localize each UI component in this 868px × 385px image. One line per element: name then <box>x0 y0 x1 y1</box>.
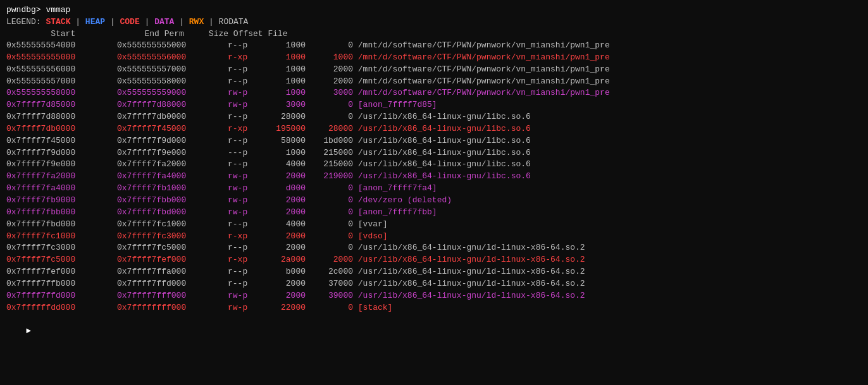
col-perm: r--p <box>228 64 258 76</box>
col-file: /usr/lib/x86_64-linux-gnu/libc.so.6 <box>358 124 531 133</box>
col-size: d000 <box>258 183 306 195</box>
col-start: 0x555555554000 <box>6 40 117 52</box>
col-size: 4000 <box>258 159 306 171</box>
col-size: 2000 <box>258 290 306 302</box>
table-row: 0x7ffff7fc30000x7ffff7fc5000r--p 2000 0 … <box>6 242 862 254</box>
col-start: 0x7ffff7fa2000 <box>6 171 117 183</box>
col-offset: 3000 <box>306 87 353 99</box>
col-size: 28000 <box>258 111 306 123</box>
col-perm: rw-p <box>228 99 258 111</box>
table-row: 0x5555555550000x555555556000r-xp 1000 10… <box>6 52 862 64</box>
col-offset: 0 <box>306 111 353 123</box>
col-size: 2000 <box>258 171 306 183</box>
col-file: /usr/lib/x86_64-linux-gnu/ld-linux-x86-6… <box>358 243 585 252</box>
col-file: /mnt/d/software/CTF/PWN/pwnwork/vn_mians… <box>358 64 610 74</box>
table-row: 0x5555555540000x555555555000r--p 1000 0 … <box>6 40 862 52</box>
col-start: 0x7ffff7f9e000 <box>6 159 117 171</box>
col-end: 0x7ffff7fc5000 <box>117 242 228 254</box>
col-start: 0x7ffff7fb9000 <box>6 195 117 207</box>
table-row: 0x7ffff7db00000x7ffff7f45000r-xp 195000 … <box>6 123 862 135</box>
col-start: 0x7ffff7fbb000 <box>6 207 117 219</box>
col-start: 0x7ffff7fef000 <box>6 266 117 278</box>
col-start: 0x7ffff7fc1000 <box>6 231 117 243</box>
col-offset: 0 <box>306 302 353 314</box>
col-end: 0x7ffff7fa4000 <box>117 171 228 183</box>
col-file: /usr/lib/x86_64-linux-gnu/libc.so.6 <box>358 136 531 145</box>
col-end: 0x555555556000 <box>117 52 228 64</box>
table-row: 0x5555555580000x555555559000rw-p 1000 30… <box>6 87 862 99</box>
legend-sep4: | <box>179 17 189 27</box>
col-end: 0x7ffff7db0000 <box>117 111 228 123</box>
col-perm: r--p <box>228 135 258 147</box>
col-offset: 1bd000 <box>306 135 353 147</box>
col-file: /usr/lib/x86_64-linux-gnu/libc.so.6 <box>358 112 531 121</box>
col-size: 1000 <box>258 87 306 99</box>
col-end: 0x7ffff7fc1000 <box>117 219 228 231</box>
col-size: 1000 <box>258 76 306 88</box>
cursor-indicator: ► <box>26 326 36 336</box>
col-start: 0x7ffff7f9d000 <box>6 147 117 159</box>
col-file: /usr/lib/x86_64-linux-gnu/ld-linux-x86-6… <box>358 279 585 288</box>
col-offset: 215000 <box>306 147 353 159</box>
col-file: [anon_7ffff7fbb] <box>358 207 437 217</box>
col-file: [anon_7ffff7fa4] <box>358 183 437 193</box>
table-header: Start End Perm Size Offset File <box>6 29 862 39</box>
col-start: 0x555555558000 <box>6 87 117 99</box>
col-start: 0x7ffff7f45000 <box>6 135 117 147</box>
col-end: 0x7ffff7fef000 <box>117 254 228 266</box>
col-offset: 37000 <box>306 278 353 290</box>
terminal: pwndbg> vmmap LEGEND: STACK | HEAP | COD… <box>6 5 862 350</box>
col-perm: r--p <box>228 40 258 52</box>
col-perm: r--p <box>228 159 258 171</box>
col-perm: rw-p <box>228 302 258 314</box>
col-size: 2a000 <box>258 254 306 266</box>
legend-sep1: | <box>75 17 85 27</box>
col-perm: r--p <box>228 111 258 123</box>
prompt-line: pwndbg> vmmap <box>6 5 862 15</box>
col-size: 2000 <box>258 231 306 243</box>
col-perm: ---p <box>228 147 258 159</box>
col-offset: 0 <box>306 99 353 111</box>
col-perm: r--p <box>228 242 258 254</box>
col-size: 2000 <box>258 278 306 290</box>
col-start: 0x555555555000 <box>6 52 117 64</box>
col-start: 0x7ffff7fc5000 <box>6 254 117 266</box>
legend-sep2: | <box>110 17 120 27</box>
col-start: 0x555555557000 <box>6 76 117 88</box>
col-end: 0x7ffff7fff000 <box>117 290 228 302</box>
table-row: 0x5555555570000x555555558000r--p 1000 20… <box>6 76 862 88</box>
legend-rodata: RODATA <box>219 17 249 27</box>
col-offset: 2c000 <box>306 266 353 278</box>
col-size: 1000 <box>258 147 306 159</box>
col-size: 1000 <box>258 64 306 76</box>
legend-sep5: | <box>209 17 219 27</box>
col-start: 0x7ffff7d85000 <box>6 99 117 111</box>
col-start: 0x7ffff7ffb000 <box>6 278 117 290</box>
col-offset: 0 <box>306 242 353 254</box>
col-size: 3000 <box>258 99 306 111</box>
col-file: /mnt/d/software/CTF/PWN/pwnwork/vn_mians… <box>358 88 610 97</box>
cursor-row: ► <box>6 314 862 350</box>
col-offset: 0 <box>306 231 353 243</box>
col-end: 0x7ffff7fbd000 <box>117 207 228 219</box>
col-offset: 0 <box>306 219 353 231</box>
table-row: 0x5555555560000x555555557000r--p 1000 20… <box>6 64 862 76</box>
col-offset: 0 <box>306 183 353 195</box>
legend-rwx: RWX <box>189 17 204 27</box>
legend-stack: STACK <box>46 17 70 27</box>
col-size: 1000 <box>258 52 306 64</box>
col-perm: rw-p <box>228 171 258 183</box>
col-start: 0x7ffff7fbd000 <box>6 219 117 231</box>
col-start: 0x7ffff7fa4000 <box>6 183 117 195</box>
table-row: 0x7ffff7fbd0000x7ffff7fc1000r--p 4000 0 … <box>6 219 862 231</box>
col-end: 0x7ffff7ffa000 <box>117 266 228 278</box>
col-end: 0x555555557000 <box>117 64 228 76</box>
col-file: /usr/lib/x86_64-linux-gnu/libc.so.6 <box>358 148 531 157</box>
col-offset: 28000 <box>306 123 353 135</box>
col-size: 195000 <box>258 123 306 135</box>
col-end: 0x7ffff7fbb000 <box>117 195 228 207</box>
col-file: /usr/lib/x86_64-linux-gnu/libc.so.6 <box>358 171 531 181</box>
legend-data: DATA <box>154 17 174 27</box>
col-size: b000 <box>258 266 306 278</box>
col-end: 0x7ffff7f9e000 <box>117 147 228 159</box>
